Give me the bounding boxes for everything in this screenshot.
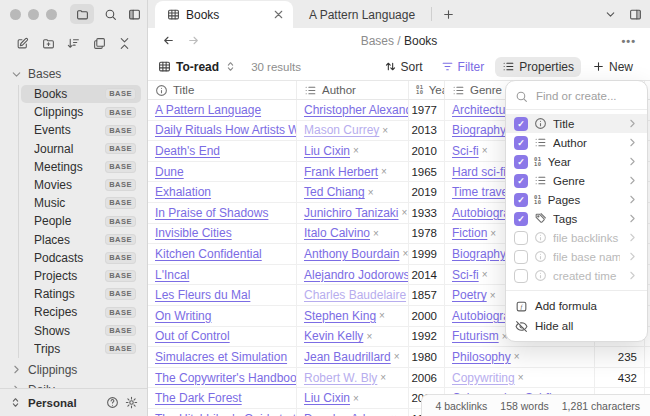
genre-link[interactable]: Poetry (452, 288, 487, 302)
remove-tag-icon[interactable]: × (353, 393, 359, 404)
remove-tag-icon[interactable]: × (366, 331, 372, 342)
sidebar-item-music[interactable]: MusicBASE (21, 194, 141, 212)
checkbox-checked[interactable]: ✓ (514, 155, 528, 169)
menu-item-tags[interactable]: ✓Tags (506, 209, 647, 228)
checkbox-unchecked[interactable] (514, 269, 528, 283)
title-link[interactable]: In Praise of Shadows (155, 206, 268, 220)
remove-tag-icon[interactable]: × (514, 351, 520, 362)
title-link[interactable]: The Hitchhiker's Guide to the (155, 412, 297, 416)
add-formula-item[interactable]: f Add formula (506, 296, 647, 316)
remove-tag-icon[interactable]: × (402, 248, 408, 259)
genre-link[interactable]: Philosophy (452, 350, 511, 364)
remove-tag-icon[interactable]: × (368, 187, 374, 198)
folder-clippings[interactable]: Clippings (6, 360, 141, 380)
vault-switcher-icon[interactable] (9, 396, 22, 409)
backlinks-count[interactable]: 4 backlinks (435, 400, 487, 412)
genre-link[interactable]: Sci-fi (452, 144, 479, 158)
title-link[interactable]: Death's End (155, 144, 220, 158)
genre-link[interactable]: Fiction (452, 226, 487, 240)
search-icon[interactable] (98, 4, 122, 24)
folder-bases[interactable]: Bases (6, 64, 141, 84)
title-link[interactable]: Kitchen Confidential (155, 247, 262, 261)
sidebar-item-books[interactable]: BooksBASE (21, 85, 141, 103)
author-link[interactable]: Charles Baudelaire (304, 288, 406, 302)
remove-tag-icon[interactable]: × (379, 310, 385, 321)
hide-all-item[interactable]: Hide all (506, 316, 647, 336)
more-options-icon[interactable]: ••• (621, 35, 636, 47)
genre-link[interactable]: Biography (452, 247, 506, 261)
new-button[interactable]: New (585, 57, 640, 77)
back-arrow-icon[interactable] (162, 34, 175, 47)
sidebar-item-clippings[interactable]: ClippingsBASE (21, 103, 141, 121)
author-link[interactable]: Liu Cixin (304, 144, 350, 158)
folder-daily[interactable]: Daily (6, 380, 141, 388)
column-header-author[interactable]: Author (297, 81, 409, 99)
card-layout-icon[interactable] (93, 37, 106, 50)
tab-list-chevron-icon[interactable] (604, 8, 617, 21)
column-header-year[interactable]: 0110Year (409, 81, 445, 99)
author-link[interactable]: Mason Currey (304, 123, 379, 137)
menu-item-genre[interactable]: ✓Genre (506, 171, 647, 190)
remove-tag-icon[interactable]: × (518, 372, 524, 383)
menu-item-author[interactable]: ✓Author (506, 133, 647, 152)
remove-tag-icon[interactable]: × (382, 125, 388, 136)
sidebar-item-places[interactable]: PlacesBASE (21, 231, 141, 249)
right-sidebar-toggle-icon[interactable] (629, 8, 642, 21)
author-link[interactable]: Italo Calvino (304, 226, 370, 240)
author-link[interactable]: Robert W. Bly (304, 371, 377, 385)
remove-tag-icon[interactable]: × (482, 269, 488, 280)
filter-button[interactable]: Filter (434, 57, 492, 77)
remove-tag-icon[interactable]: × (373, 228, 379, 239)
genre-link[interactable]: Time travel (452, 185, 511, 199)
table-row[interactable]: Simulacres et SimulationJean Baudrillard… (148, 347, 650, 368)
author-link[interactable]: Liu Cixin (304, 391, 350, 405)
remove-tag-icon[interactable]: × (381, 166, 387, 177)
new-note-icon[interactable] (16, 37, 29, 50)
help-icon[interactable] (106, 396, 119, 409)
author-link[interactable]: Frank Herbert (304, 165, 378, 179)
checkbox-checked[interactable]: ✓ (514, 193, 528, 207)
sidebar-item-events[interactable]: EventsBASE (21, 121, 141, 139)
sidebar-item-shows[interactable]: ShowsBASE (21, 321, 141, 339)
sidebar-item-people[interactable]: PeopleBASE (21, 212, 141, 230)
settings-gear-icon[interactable] (125, 396, 138, 409)
title-link[interactable]: A Pattern Language (155, 103, 261, 117)
genre-link[interactable]: Copywriting (452, 371, 515, 385)
author-link[interactable]: Junichiro Tanizaki (304, 206, 399, 220)
remove-tag-icon[interactable]: × (353, 145, 359, 156)
breadcrumb-parent[interactable]: Bases (361, 34, 394, 48)
author-link[interactable]: Kevin Kelly (304, 329, 363, 343)
sidebar-item-podcasts[interactable]: PodcastsBASE (21, 249, 141, 267)
author-link[interactable]: Jean Baudrillard (304, 350, 391, 364)
tab-books[interactable]: Books (155, 1, 293, 28)
sidebar-item-meetings[interactable]: MeetingsBASE (21, 158, 141, 176)
title-link[interactable]: Simulacres et Simulation (155, 350, 287, 364)
sort-order-icon[interactable] (67, 37, 80, 50)
sidebar-item-journal[interactable]: JournalBASE (21, 140, 141, 158)
title-link[interactable]: Dune (155, 165, 184, 179)
remove-tag-icon[interactable]: × (482, 145, 488, 156)
sidebar-item-movies[interactable]: MoviesBASE (21, 176, 141, 194)
traffic-light-zoom[interactable] (46, 9, 57, 20)
traffic-light-minimize[interactable] (28, 9, 39, 20)
checkbox-unchecked[interactable] (514, 250, 528, 264)
author-link[interactable]: Ted Chiang (304, 185, 365, 199)
checkbox-checked[interactable]: ✓ (514, 117, 528, 131)
remove-tag-icon[interactable]: × (394, 351, 400, 362)
genre-link[interactable]: Futurism (452, 329, 499, 343)
author-link[interactable]: Douglas Adams (304, 412, 388, 416)
forward-arrow-icon[interactable] (187, 34, 200, 47)
menu-item-title[interactable]: ✓Title (506, 114, 647, 133)
left-sidebar-toggle-icon[interactable] (122, 4, 146, 24)
table-row[interactable]: The Copywriter's HandbookRobert W. Bly×2… (148, 368, 650, 389)
title-link[interactable]: The Copywriter's Handbook (155, 371, 297, 385)
author-link[interactable]: Stephen King (304, 309, 376, 323)
remove-tag-icon[interactable]: × (490, 290, 496, 301)
sidebar-item-projects[interactable]: ProjectsBASE (21, 267, 141, 285)
new-folder-icon[interactable] (42, 37, 55, 50)
sort-button[interactable]: Sort (377, 57, 430, 77)
menu-item-file-base-name[interactable]: file base name (506, 247, 647, 266)
title-link[interactable]: Out of Control (155, 329, 230, 343)
genre-link[interactable]: Biography (452, 123, 506, 137)
author-link[interactable]: Alejandro Jodorowsky (304, 268, 409, 282)
